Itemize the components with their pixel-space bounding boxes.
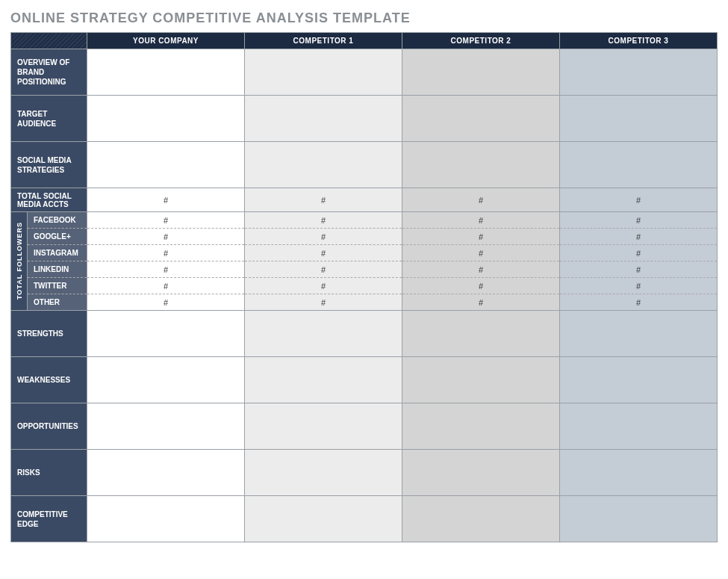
cell-target-c2[interactable] — [402, 96, 560, 142]
cell-linkedin-c3[interactable]: # — [560, 261, 718, 278]
cell-social-strat-c1[interactable] — [245, 142, 402, 188]
cell-other-c1[interactable]: # — [245, 294, 402, 311]
row-strengths: STRENGTHS — [11, 311, 718, 357]
cell-target-c1[interactable] — [245, 96, 402, 142]
label-overview: OVERVIEW OF BRAND POSITIONING — [11, 49, 87, 96]
cell-risks-c1[interactable] — [245, 450, 402, 496]
cell-social-strat-c2[interactable] — [402, 142, 560, 188]
cell-overview-c3[interactable] — [560, 49, 718, 96]
cell-other-your[interactable]: # — [87, 294, 245, 311]
cell-social-strat-your[interactable] — [87, 142, 245, 188]
row-edge: COMPETITIVE EDGE — [11, 496, 718, 542]
cell-target-your[interactable] — [87, 96, 245, 142]
label-target: TARGET AUDIENCE — [11, 96, 87, 142]
row-total-accts: TOTAL SOCIAL MEDIA ACCTS # # # # — [11, 188, 718, 212]
cell-opportunities-your[interactable] — [87, 403, 245, 450]
cell-opportunities-c2[interactable] — [402, 403, 560, 450]
cell-linkedin-c2[interactable]: # — [402, 261, 560, 278]
cell-edge-c3[interactable] — [560, 496, 718, 542]
cell-instagram-c3[interactable]: # — [560, 245, 718, 261]
row-facebook: TOTAL FOLLOWERS FACEBOOK # # # # — [11, 212, 718, 229]
header-row: YOUR COMPANY COMPETITOR 1 COMPETITOR 2 C… — [11, 33, 718, 49]
cell-edge-c2[interactable] — [402, 496, 560, 542]
label-instagram: INSTAGRAM — [28, 245, 87, 261]
row-social-strat: SOCIAL MEDIA STRATEGIES — [11, 142, 718, 188]
header-corner — [11, 33, 87, 49]
cell-instagram-c1[interactable]: # — [245, 245, 402, 261]
label-risks: RISKS — [11, 450, 87, 496]
label-linkedin: LINKEDIN — [28, 261, 87, 278]
cell-google-c3[interactable]: # — [560, 229, 718, 245]
col-head-c1: COMPETITOR 1 — [245, 33, 402, 49]
row-twitter: TWITTER # # # # — [11, 278, 718, 294]
label-strengths: STRENGTHS — [11, 311, 87, 357]
cell-edge-your[interactable] — [87, 496, 245, 542]
col-head-your: YOUR COMPANY — [87, 33, 245, 49]
cell-target-c3[interactable] — [560, 96, 718, 142]
cell-risks-c2[interactable] — [402, 450, 560, 496]
col-head-c2: COMPETITOR 2 — [402, 33, 560, 49]
cell-opportunities-c1[interactable] — [245, 403, 402, 450]
row-other: OTHER # # # # — [11, 294, 718, 311]
cell-overview-c1[interactable] — [245, 49, 402, 96]
cell-google-your[interactable]: # — [87, 229, 245, 245]
cell-twitter-c2[interactable]: # — [402, 278, 560, 294]
row-weaknesses: WEAKNESSES — [11, 357, 718, 403]
row-overview: OVERVIEW OF BRAND POSITIONING — [11, 49, 718, 96]
cell-weaknesses-c2[interactable] — [402, 357, 560, 403]
page-title: ONLINE STRATEGY COMPETITIVE ANALYSIS TEM… — [10, 10, 718, 26]
label-weaknesses: WEAKNESSES — [11, 357, 87, 403]
cell-total-accts-c2[interactable]: # — [402, 188, 560, 212]
cell-facebook-c1[interactable]: # — [245, 212, 402, 229]
cell-linkedin-your[interactable]: # — [87, 261, 245, 278]
cell-instagram-your[interactable]: # — [87, 245, 245, 261]
cell-total-accts-c1[interactable]: # — [245, 188, 402, 212]
label-google: GOOGLE+ — [28, 229, 87, 245]
cell-other-c2[interactable]: # — [402, 294, 560, 311]
cell-overview-your[interactable] — [87, 49, 245, 96]
label-opportunities: OPPORTUNITIES — [11, 403, 87, 450]
row-instagram: INSTAGRAM # # # # — [11, 245, 718, 261]
cell-strengths-c2[interactable] — [402, 311, 560, 357]
cell-weaknesses-c3[interactable] — [560, 357, 718, 403]
row-linkedin: LINKEDIN # # # # — [11, 261, 718, 278]
cell-opportunities-c3[interactable] — [560, 403, 718, 450]
cell-weaknesses-c1[interactable] — [245, 357, 402, 403]
row-target: TARGET AUDIENCE — [11, 96, 718, 142]
cell-social-strat-c3[interactable] — [560, 142, 718, 188]
cell-facebook-c3[interactable]: # — [560, 212, 718, 229]
row-risks: RISKS — [11, 450, 718, 496]
label-total-accts: TOTAL SOCIAL MEDIA ACCTS — [11, 188, 87, 212]
cell-twitter-c3[interactable]: # — [560, 278, 718, 294]
analysis-table: YOUR COMPANY COMPETITOR 1 COMPETITOR 2 C… — [10, 32, 718, 542]
cell-overview-c2[interactable] — [402, 49, 560, 96]
cell-total-accts-your[interactable]: # — [87, 188, 245, 212]
cell-facebook-your[interactable]: # — [87, 212, 245, 229]
cell-instagram-c2[interactable]: # — [402, 245, 560, 261]
cell-risks-your[interactable] — [87, 450, 245, 496]
cell-twitter-your[interactable]: # — [87, 278, 245, 294]
cell-risks-c3[interactable] — [560, 450, 718, 496]
cell-edge-c1[interactable] — [245, 496, 402, 542]
label-social-strat: SOCIAL MEDIA STRATEGIES — [11, 142, 87, 188]
label-edge: COMPETITIVE EDGE — [11, 496, 87, 542]
label-total-followers: TOTAL FOLLOWERS — [11, 212, 28, 311]
label-facebook: FACEBOOK — [28, 212, 87, 229]
cell-google-c1[interactable]: # — [245, 229, 402, 245]
row-opportunities: OPPORTUNITIES — [11, 403, 718, 450]
col-head-c3: COMPETITOR 3 — [560, 33, 718, 49]
cell-strengths-c3[interactable] — [560, 311, 718, 357]
label-twitter: TWITTER — [28, 278, 87, 294]
cell-total-accts-c3[interactable]: # — [560, 188, 718, 212]
cell-strengths-c1[interactable] — [245, 311, 402, 357]
cell-linkedin-c1[interactable]: # — [245, 261, 402, 278]
cell-twitter-c1[interactable]: # — [245, 278, 402, 294]
cell-google-c2[interactable]: # — [402, 229, 560, 245]
label-other: OTHER — [28, 294, 87, 311]
cell-weaknesses-your[interactable] — [87, 357, 245, 403]
cell-strengths-your[interactable] — [87, 311, 245, 357]
row-google: GOOGLE+ # # # # — [11, 229, 718, 245]
cell-facebook-c2[interactable]: # — [402, 212, 560, 229]
cell-other-c3[interactable]: # — [560, 294, 718, 311]
